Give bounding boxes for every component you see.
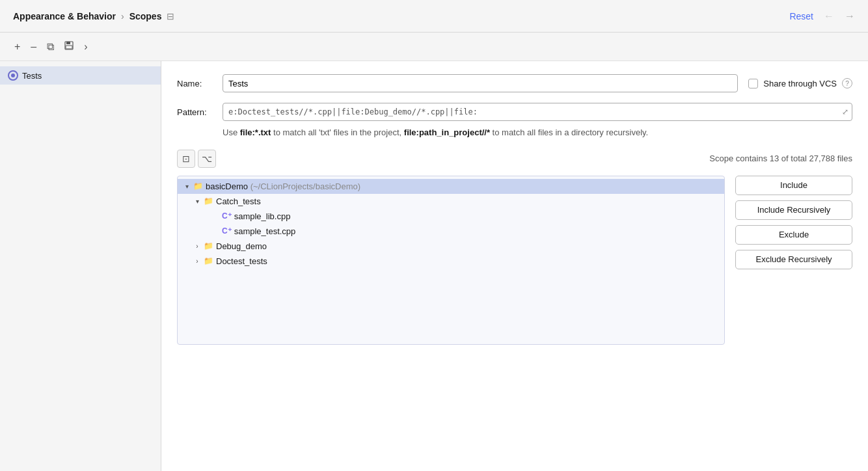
- exclude-recursively-button[interactable]: Exclude Recursively: [735, 250, 852, 269]
- tree-chevron-catch-tests: ▾: [193, 198, 201, 205]
- breadcrumb: Appearance & Behavior › Scopes ⊟: [13, 11, 789, 21]
- tree-chevron-debug-demo: ›: [193, 243, 201, 250]
- help-code-2: file:path_in_project//*: [404, 128, 490, 137]
- pattern-label: Pattern:: [177, 107, 223, 117]
- tree-item-sample-test[interactable]: C⁺ sample_test.cpp: [178, 224, 724, 239]
- sidebar: Tests: [0, 61, 161, 471]
- svg-rect-1: [66, 42, 70, 44]
- file-tree-wrapper: ▾ 📁 basicDemo (~/CLionProjects/basicDemo…: [177, 176, 852, 345]
- tree-label-doctest-tests: Doctest_tests: [216, 256, 267, 266]
- header: Appearance & Behavior › Scopes ⊟ Reset ←…: [0, 0, 868, 33]
- tree-item-catch-tests[interactable]: ▾ 📁 Catch_tests: [178, 194, 724, 209]
- tree-label-sample-lib: sample_lib.cpp: [234, 211, 291, 221]
- folder-icon-doctest-tests: 📁: [204, 256, 213, 265]
- pattern-input-wrapper: ⤢: [223, 103, 852, 121]
- tree-label-debug-demo: Debug_demo: [216, 241, 267, 251]
- scope-toolbar-left: ⊡ ⌥: [177, 150, 216, 168]
- file-tree: ▾ 📁 basicDemo (~/CLionProjects/basicDemo…: [177, 176, 725, 345]
- folder-icon-catch-tests: 📁: [204, 196, 213, 206]
- svg-rect-2: [66, 46, 72, 49]
- scope-filter-icon: ⌥: [202, 154, 212, 164]
- scope-icon: [8, 70, 18, 81]
- folder-icon-basicdemo: 📁: [193, 182, 203, 191]
- include-recursively-button[interactable]: Include Recursively: [735, 200, 852, 220]
- tree-label-catch-tests: Catch_tests: [216, 196, 261, 206]
- header-actions: Reset ← →: [789, 10, 855, 22]
- vcs-label: Share through VCS: [763, 79, 837, 88]
- nav-back-button[interactable]: ←: [824, 10, 834, 22]
- reset-button[interactable]: Reset: [789, 11, 813, 21]
- tree-chevron-basicdemo: ▾: [183, 183, 191, 190]
- pattern-expand-icon[interactable]: ⤢: [842, 107, 848, 116]
- pattern-help-text: Use file:*.txt to match all 'txt' files …: [223, 126, 852, 139]
- include-button[interactable]: Include: [735, 176, 852, 195]
- save-button[interactable]: [61, 38, 77, 55]
- breadcrumb-separator: ›: [121, 11, 124, 21]
- remove-button[interactable]: –: [27, 38, 40, 55]
- tree-item-debug-demo[interactable]: › 📁 Debug_demo: [178, 239, 724, 254]
- minus-icon: –: [31, 41, 36, 53]
- vcs-row: Share through VCS ?: [748, 78, 852, 88]
- copy-icon: ⧉: [47, 41, 54, 53]
- tree-item-sample-lib[interactable]: C⁺ sample_lib.cpp: [178, 209, 724, 224]
- breadcrumb-icon[interactable]: ⊟: [167, 11, 174, 21]
- exclude-button[interactable]: Exclude: [735, 225, 852, 245]
- name-input[interactable]: [223, 74, 738, 92]
- sidebar-item-tests[interactable]: Tests: [0, 66, 161, 85]
- breadcrumb-parent[interactable]: Appearance & Behavior: [13, 11, 116, 21]
- help-code-1: file:*.txt: [240, 128, 271, 137]
- copy-button[interactable]: ⧉: [43, 38, 58, 55]
- expand-button[interactable]: ›: [80, 38, 91, 55]
- scope-count: Scope contains 13 of total 27,788 files: [709, 154, 852, 163]
- scope-filter-button[interactable]: ⌥: [198, 150, 216, 168]
- action-buttons: Include Include Recursively Exclude Excl…: [735, 176, 852, 345]
- expand-icon: ›: [84, 41, 87, 53]
- breadcrumb-current: Scopes: [129, 11, 162, 21]
- tree-label-basicdemo: basicDemo (~/CLionProjects/basicDemo): [206, 182, 360, 191]
- main-layout: Tests Name: Share through VCS ? Pattern:…: [0, 61, 868, 471]
- cpp-file-icon-sample-lib: C⁺: [222, 211, 232, 221]
- content-panel: Name: Share through VCS ? Pattern: ⤢ Use…: [161, 61, 868, 471]
- cpp-file-icon-sample-test: C⁺: [222, 226, 232, 236]
- add-button[interactable]: +: [10, 38, 24, 55]
- nav-forward-button[interactable]: →: [845, 10, 855, 22]
- tree-item-doctest-tests[interactable]: › 📁 Doctest_tests: [178, 254, 724, 269]
- vcs-help-icon[interactable]: ?: [842, 78, 852, 88]
- toolbar: + – ⧉ ›: [0, 33, 868, 61]
- add-icon: +: [14, 41, 20, 53]
- name-label: Name:: [177, 79, 223, 88]
- save-icon: [64, 41, 74, 53]
- sidebar-item-label: Tests: [22, 71, 42, 81]
- scope-toolbar: ⊡ ⌥ Scope contains 13 of total 27,788 fi…: [177, 150, 852, 168]
- scope-copy-button[interactable]: ⊡: [177, 150, 195, 168]
- vcs-checkbox[interactable]: [748, 79, 758, 88]
- tree-item-basicdemo[interactable]: ▾ 📁 basicDemo (~/CLionProjects/basicDemo…: [178, 179, 724, 194]
- tree-chevron-doctest-tests: ›: [193, 258, 201, 265]
- folder-icon-debug-demo: 📁: [204, 241, 213, 250]
- scope-copy-icon: ⊡: [182, 154, 190, 164]
- name-row: Name: Share through VCS ?: [177, 74, 852, 92]
- pattern-row: Pattern: ⤢: [177, 103, 852, 121]
- pattern-input[interactable]: [223, 103, 852, 121]
- tree-label-sample-test: sample_test.cpp: [234, 226, 296, 236]
